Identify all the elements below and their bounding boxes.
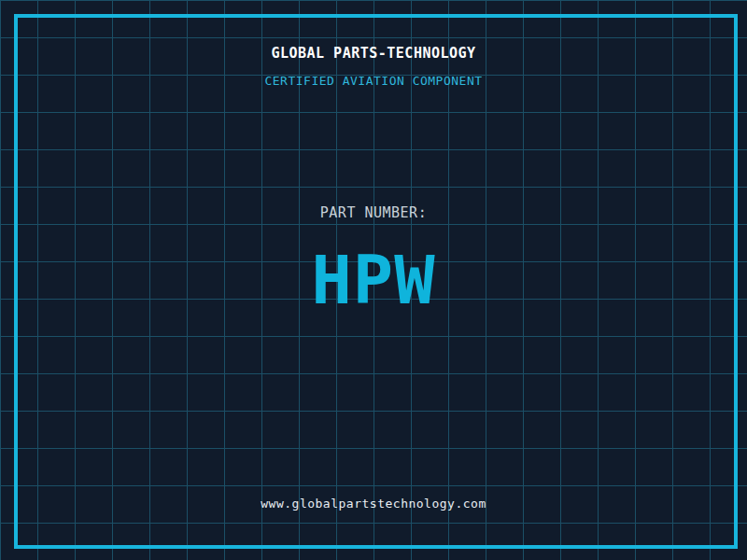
certification-subtitle: CERTIFIED AVIATION COMPONENT	[0, 75, 747, 87]
part-number-value: HPW	[0, 246, 747, 314]
company-title: GLOBAL PARTS-TECHNOLOGY	[0, 47, 747, 61]
website-url: www.globalpartstechnology.com	[0, 497, 747, 510]
part-number-label: PART NUMBER:	[0, 206, 747, 220]
